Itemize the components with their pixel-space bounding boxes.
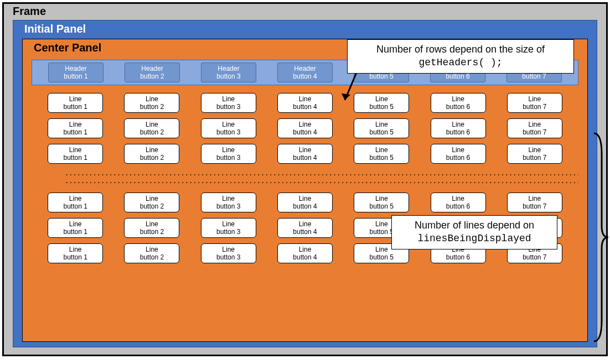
line-button-3[interactable]: Linebutton 3: [201, 118, 256, 138]
header-button-1[interactable]: Headerbutton 1: [48, 63, 104, 82]
line-row: Linebutton 1 Linebutton 2 Linebutton 3 L…: [32, 118, 578, 138]
line-button-7[interactable]: Linebutton 7: [507, 193, 562, 212]
line-button-1[interactable]: Linebutton 1: [48, 218, 103, 238]
brace-icon: [593, 132, 609, 342]
line-button-7[interactable]: Linebutton 7: [507, 118, 562, 138]
header-button-3[interactable]: Headerbutton 3: [201, 63, 256, 82]
line-button-3[interactable]: Linebutton 3: [201, 218, 256, 238]
line-button-4[interactable]: Linebutton 4: [277, 93, 333, 113]
ellipsis-row: ........................................…: [32, 177, 578, 185]
line-button-5[interactable]: Linebutton 5: [354, 144, 409, 164]
callout-headers-text: Number of rows depend on the size of: [376, 44, 545, 55]
line-button-1[interactable]: Linebutton 1: [48, 193, 103, 212]
line-button-5[interactable]: Linebutton 5: [354, 118, 409, 138]
header-button-4[interactable]: Headerbutton 4: [277, 63, 333, 82]
line-button-5[interactable]: Linebutton 5: [354, 193, 409, 212]
line-button-1[interactable]: Linebutton 1: [48, 93, 103, 113]
line-button-6[interactable]: Linebutton 6: [431, 144, 486, 164]
line-button-4[interactable]: Linebutton 4: [277, 243, 333, 263]
line-button-2[interactable]: Linebutton 2: [124, 144, 179, 164]
line-button-2[interactable]: Linebutton 2: [124, 243, 179, 263]
line-button-6[interactable]: Linebutton 6: [431, 118, 486, 138]
line-row: Linebutton 1 Linebutton 2 Linebutton 3 L…: [32, 193, 578, 212]
line-button-7[interactable]: Linebutton 7: [507, 93, 562, 113]
line-button-4[interactable]: Linebutton 4: [277, 118, 333, 138]
callout-lines-text: Number of lines depend on: [415, 220, 534, 231]
callout-lines-code: linesBeingDisplayed: [417, 233, 531, 244]
arrow-down-icon: [340, 71, 363, 110]
ellipsis-section: ........................................…: [32, 169, 578, 185]
line-button-4[interactable]: Linebutton 4: [277, 144, 333, 164]
line-button-3[interactable]: Linebutton 3: [201, 243, 256, 263]
callout-headers-code: getHeaders( );: [418, 57, 502, 68]
line-button-6[interactable]: Linebutton 6: [431, 93, 486, 113]
line-button-2[interactable]: Linebutton 2: [124, 193, 179, 212]
line-button-2[interactable]: Linebutton 2: [124, 93, 179, 113]
initial-panel-label: Initial Panel: [22, 20, 588, 39]
callout-lines: Number of lines depend on linesBeingDisp…: [391, 215, 557, 249]
line-button-2[interactable]: Linebutton 2: [124, 218, 179, 238]
line-button-3[interactable]: Linebutton 3: [201, 193, 256, 212]
line-button-7[interactable]: Linebutton 7: [507, 144, 562, 164]
line-button-1[interactable]: Linebutton 1: [48, 144, 103, 164]
frame-label: Frame: [13, 4, 597, 20]
line-row: Linebutton 1 Linebutton 2 Linebutton 3 L…: [32, 144, 578, 164]
line-row: Linebutton 1 Linebutton 2 Linebutton 3 L…: [32, 93, 578, 113]
line-rows-top: Linebutton 1 Linebutton 2 Linebutton 3 L…: [32, 93, 578, 164]
center-panel: Center Panel Headerbutton 1 Headerbutton…: [22, 39, 588, 342]
line-button-3[interactable]: Linebutton 3: [201, 144, 256, 164]
line-button-2[interactable]: Linebutton 2: [124, 118, 179, 138]
line-button-1[interactable]: Linebutton 1: [48, 243, 103, 263]
line-button-3[interactable]: Linebutton 3: [201, 93, 256, 113]
line-button-1[interactable]: Linebutton 1: [48, 118, 103, 138]
line-button-6[interactable]: Linebutton 6: [431, 193, 486, 212]
ellipsis-row: ........................................…: [32, 169, 578, 177]
line-button-4[interactable]: Linebutton 4: [277, 218, 333, 238]
callout-headers: Number of rows depend on the size of get…: [347, 39, 574, 74]
frame: Frame Initial Panel Center Panel Headerb…: [2, 2, 608, 356]
line-button-4[interactable]: Linebutton 4: [277, 193, 333, 212]
header-button-2[interactable]: Headerbutton 2: [125, 63, 180, 82]
